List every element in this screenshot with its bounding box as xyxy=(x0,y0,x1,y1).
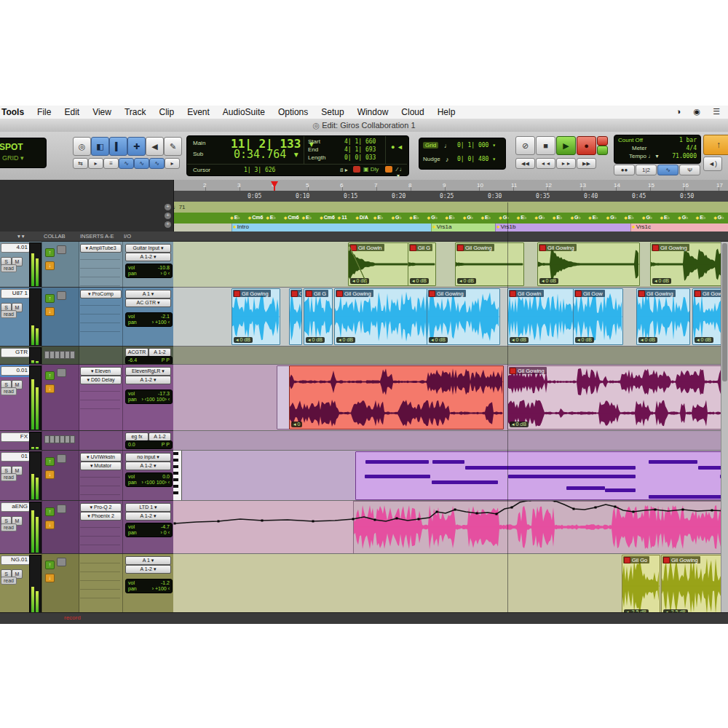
add-ruler-event-button-0[interactable]: + xyxy=(165,204,171,210)
chord-22[interactable]: ◆E♭ xyxy=(624,215,634,221)
vol-pan-display[interactable]: vol-10.8pan› 0 ‹ xyxy=(125,264,173,278)
automation-line[interactable] xyxy=(173,501,728,553)
vol-pan-display[interactable]: vol-2.1pan› +100 ‹ xyxy=(125,312,173,327)
clip-gain-badge[interactable]: ◂ 0 dB xyxy=(638,337,657,343)
insert-AmpliTube3[interactable]: ▾ AmpliTube3 xyxy=(80,244,122,253)
automation-mode-read[interactable]: read xyxy=(1,264,17,272)
vertical-scrollbar[interactable] xyxy=(721,242,728,612)
io-output[interactable]: A 1-2 ▾ xyxy=(125,512,171,521)
track-name-GTR[interactable]: GTR xyxy=(1,348,30,357)
chord-14[interactable]: ◆E♭ xyxy=(480,215,491,221)
track-lane-aENG[interactable] xyxy=(173,501,728,554)
collab-badge-2[interactable]: ↓ xyxy=(45,521,55,529)
chord-4[interactable]: ◆E♭ xyxy=(301,215,312,221)
insert-Phoenix 2[interactable]: ▾ Phoenix 2 xyxy=(80,512,122,521)
track-name-aENG[interactable]: aENG xyxy=(1,502,30,512)
menu-audiosuite[interactable]: AudioSuite xyxy=(216,107,272,117)
marker-pre[interactable] xyxy=(173,223,232,232)
collab-badge-0[interactable]: ↑ xyxy=(45,248,55,257)
midi-note-8[interactable] xyxy=(649,460,697,464)
clip-4.01-4[interactable]: Gil Gowing◂ 0 dB xyxy=(650,242,728,286)
menu-event[interactable]: Event xyxy=(181,107,216,117)
menu-help[interactable]: Help xyxy=(431,107,462,117)
midi-note-7[interactable] xyxy=(605,488,636,492)
track-name-NG.01[interactable]: NG.01 xyxy=(1,555,30,565)
track-name-4.01[interactable]: 4.01 xyxy=(1,243,30,253)
chord-0[interactable]: ◆E♭ xyxy=(230,215,240,221)
chord-19[interactable]: ◆G♭ xyxy=(570,215,580,221)
menubar-status-icons[interactable]: ◑ ◉ ☰ xyxy=(676,107,725,116)
clip-U87 1-1[interactable]: Gil xyxy=(289,288,302,345)
collab-badge-0[interactable]: ↑ xyxy=(45,294,55,303)
midi-note-6[interactable] xyxy=(566,486,605,490)
record-button[interactable]: ● xyxy=(577,136,596,155)
insert-slot-empty[interactable] xyxy=(80,565,120,572)
track-lane-0.01[interactable]: ◂ 0Gil Gowing◂ 0 dB xyxy=(173,365,728,431)
midi-note-4[interactable] xyxy=(508,475,636,478)
chord-9[interactable]: ◆G♭ xyxy=(391,215,401,221)
midi-clip[interactable] xyxy=(355,451,728,500)
add-ruler-event-button-1[interactable]: + xyxy=(165,213,171,219)
chord-3[interactable]: ◆Cm6 xyxy=(284,215,299,220)
clip-U87 1-7[interactable]: Gil Gowing◂ 0 dB xyxy=(636,288,690,345)
chord-26[interactable]: ◆E♭ xyxy=(696,215,706,221)
menu-options[interactable]: Options xyxy=(272,107,314,117)
automation-mode-read[interactable]: read xyxy=(1,310,17,318)
chord-25[interactable]: ◆G♭ xyxy=(678,215,688,221)
insert-slot-empty[interactable] xyxy=(80,279,120,286)
chord-27[interactable]: ◆G♭ xyxy=(713,215,724,221)
insert-slot-empty[interactable] xyxy=(80,556,120,563)
insert-slot-empty[interactable] xyxy=(80,316,120,323)
zoom-tool[interactable]: ◎ xyxy=(73,137,91,156)
track-lane-NG.01[interactable]: Gil Go◂ -2.5 dBGil Gowing◂ -2.5 dB xyxy=(173,554,728,619)
insert-Eleven[interactable]: ▾ Eleven xyxy=(80,367,122,376)
countoff-meter-tempo-display[interactable]: Count Off1 barMeter4/4Tempo ♩ ▾71.0000 xyxy=(614,135,701,164)
collab-badge-0[interactable]: ↑ xyxy=(45,457,55,466)
grid-nudge-display[interactable]: Grid♩0| 1| 000 ▾Nudge♪0| 0| 480 ▾ xyxy=(419,138,506,170)
chord-6[interactable]: ◆11 xyxy=(338,215,347,220)
chord-8[interactable]: ◆E♭ xyxy=(373,215,384,221)
chord-7[interactable]: ◆D/A xyxy=(355,215,368,220)
insert-D60 Delay[interactable]: ▾ D60 Delay xyxy=(80,376,122,384)
grid-label[interactable]: Grid xyxy=(423,142,438,149)
menu-clip[interactable]: Clip xyxy=(153,107,181,117)
clip-gain-badge[interactable]: ◂ 0 dB xyxy=(539,278,558,284)
io-input[interactable]: LTD 1 ▾ xyxy=(125,503,171,512)
clip-U87 1-4[interactable]: Gil Gowing◂ 0 dB xyxy=(427,288,500,345)
insert-slot-empty[interactable] xyxy=(80,521,120,528)
grabber-tool[interactable]: ✚ xyxy=(127,137,146,156)
track-name-01[interactable]: 01 xyxy=(1,452,30,462)
io-input[interactable]: no input ▾ xyxy=(125,453,171,462)
collab-badge-1[interactable] xyxy=(57,291,66,300)
play-button[interactable]: ▶ xyxy=(556,136,576,155)
insert-slot-empty[interactable] xyxy=(80,270,120,277)
collab-badge-0[interactable]: ↑ xyxy=(45,561,55,569)
chord-11[interactable]: ◆G♭ xyxy=(427,215,438,221)
clip-gain-badge[interactable]: ◂ 0 dB xyxy=(457,278,476,284)
track-lane-4.01[interactable]: Gil Gowin◂ 0 dBGil G◂ 0 dBGil Gowing◂ 0 … xyxy=(173,242,728,288)
clip-4.01-1[interactable]: Gil G◂ 0 dB xyxy=(408,242,436,286)
metronome-button[interactable]: ●● xyxy=(614,165,635,175)
pan-toggles[interactable]: P P xyxy=(162,442,170,448)
menu-cloud[interactable]: Cloud xyxy=(395,107,430,117)
insert-ProComp[interactable]: ▾ ProComp xyxy=(80,290,122,298)
transport-nav-0[interactable]: ◀◀ xyxy=(515,158,535,169)
collab-badge-2[interactable]: ↓ xyxy=(45,261,55,270)
chord-5[interactable]: ◆Cm6 xyxy=(320,215,335,220)
track-lane-FX[interactable] xyxy=(173,431,728,451)
count-in-button[interactable]: 1|2 xyxy=(636,165,657,175)
delay-comp-chip[interactable]: ▣ Dly xyxy=(363,166,379,173)
insert-slot-empty[interactable] xyxy=(80,574,120,581)
menu-setup[interactable]: Setup xyxy=(314,107,350,117)
track-lane-GTR[interactable] xyxy=(173,347,728,365)
insert-UVIWrkstn[interactable]: ▾ UVIWrkstn xyxy=(80,453,122,462)
automation-mode-read[interactable]: read xyxy=(1,473,17,481)
chord-24[interactable]: ◆E♭ xyxy=(660,215,670,221)
menu-edit[interactable]: Edit xyxy=(58,107,86,117)
zoom-preset-2[interactable]: ∿ xyxy=(134,158,149,169)
clip-U87 1-0[interactable]: Gil Gowing◂ 0 dB xyxy=(232,288,280,345)
clip-U87 1-3[interactable]: Gil Gowing◂ 0 dB xyxy=(334,288,428,345)
clip-gain-badge[interactable]: ◂ 0 dB xyxy=(510,337,529,343)
clip-U87 1-6[interactable]: Gil Gow◂ 0 dB xyxy=(573,288,623,345)
track-lane-U87 1[interactable]: Gil Gowing◂ 0 dBGilGil G◂ 0 dBGil Gowing… xyxy=(173,288,728,347)
